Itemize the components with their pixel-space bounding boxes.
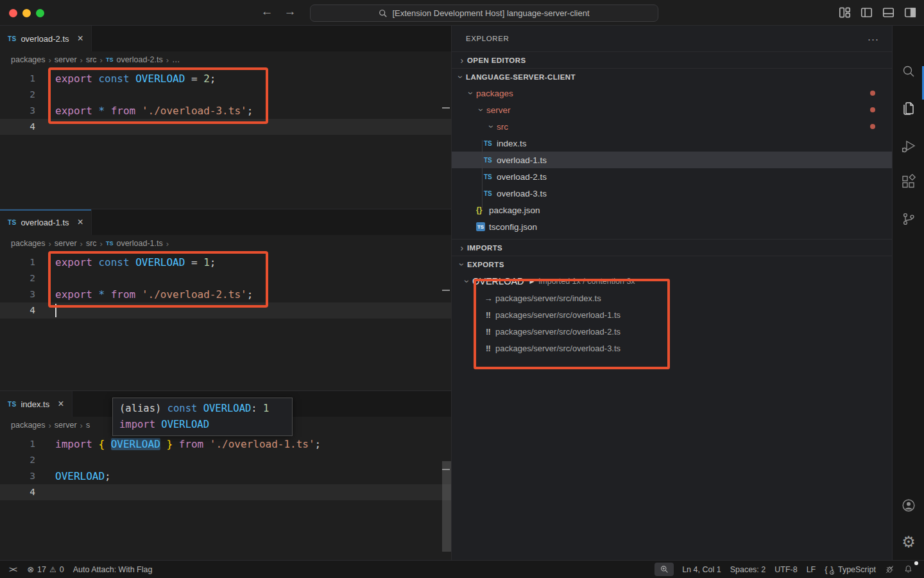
overview-ruler-mark <box>442 469 450 470</box>
tab-label: overload-1.ts <box>21 218 69 227</box>
toggle-primary-sidebar-icon[interactable] <box>860 6 873 21</box>
breadcrumb-item[interactable]: src <box>86 239 97 248</box>
minimize-window-button[interactable] <box>22 9 31 17</box>
code-line-current: 4 <box>0 302 451 319</box>
forward-button[interactable]: → <box>283 4 297 19</box>
exports-section[interactable]: › EXPORTS <box>452 256 892 272</box>
code-editor[interactable]: 1export const OVERLOAD = 1; 2 3export * … <box>0 252 451 319</box>
breadcrumb-file[interactable]: overload-2.ts <box>116 55 162 64</box>
explorer-icon[interactable] <box>901 101 916 116</box>
close-window-button[interactable] <box>9 9 17 17</box>
code-editor[interactable]: 1import { OVERLOAD } from './overload-1.… <box>0 434 451 500</box>
export-ref-path: packages/server/src/overload-3.ts <box>495 344 620 353</box>
imports-section[interactable]: › IMPORTS <box>452 239 892 256</box>
problems-indicator[interactable]: ⊗ 17 ⚠ 0 <box>22 563 69 577</box>
remote-indicator-icon[interactable]: >< <box>6 565 22 574</box>
toggle-panel-icon[interactable] <box>882 6 894 21</box>
toggle-secondary-sidebar-icon[interactable] <box>904 6 916 21</box>
code-editor[interactable]: 1export const OVERLOAD = 2; 2 3export * … <box>0 68 451 135</box>
extensions-icon[interactable] <box>901 174 916 189</box>
folder-server[interactable]: › server <box>452 101 892 118</box>
close-icon[interactable]: × <box>78 33 83 44</box>
chevron-down-icon: › <box>466 88 476 98</box>
code-line-current: 4 <box>0 119 451 135</box>
breadcrumb-item[interactable]: packages <box>11 55 46 64</box>
window-title: [Extension Development Host] language-se… <box>392 8 589 18</box>
code-line: 3export * from './overload-2.ts'; <box>0 286 451 302</box>
command-center-search[interactable]: [Extension Development Host] language-se… <box>310 4 658 22</box>
export-ref-overload-1[interactable]: ‼ packages/server/src/overload-1.ts <box>452 306 892 323</box>
section-label: LANGUAGE-SERVER-CLIENT <box>466 73 576 81</box>
export-ref-overload-2[interactable]: ‼ packages/server/src/overload-2.ts <box>452 323 892 340</box>
notifications-bell-icon[interactable] <box>899 563 918 577</box>
ts-file-icon: TS <box>484 140 497 147</box>
line-number: 2 <box>0 270 35 286</box>
zoom-window-button[interactable] <box>36 9 44 17</box>
tab-overload-1[interactable]: TS overload-1.ts × <box>0 209 92 235</box>
tsconfig-file-icon: TS <box>476 222 485 231</box>
cursor-position[interactable]: Ln 4, Col 1 <box>678 563 725 577</box>
file-overload-3-ts[interactable]: TS overload-3.ts <box>452 185 892 202</box>
folder-label: src <box>497 122 508 132</box>
run-debug-icon[interactable] <box>901 139 916 154</box>
breadcrumb[interactable]: packages› server› src› TS overload-1.ts› <box>0 235 451 252</box>
export-item-overload[interactable]: › OVERLOAD ▶ imported 1x / contention 3x <box>452 272 892 290</box>
indentation-status[interactable]: Spaces: 2 <box>726 563 771 577</box>
chevron-down-icon: › <box>486 121 497 132</box>
line-number: 4 <box>0 302 35 319</box>
account-icon[interactable] <box>901 498 916 513</box>
file-package-json[interactable]: {} package.json <box>452 202 892 218</box>
explorer-panel: EXPLORER ··· › OPEN EDITORS › LANGUAGE-S… <box>451 26 892 560</box>
breadcrumb-item[interactable]: server <box>55 239 77 248</box>
breadcrumb-item[interactable]: server <box>55 421 77 430</box>
customize-layout-icon[interactable] <box>839 6 851 21</box>
language-mode[interactable]: {} TypeScript <box>820 563 880 577</box>
settings-gear-icon[interactable]: ⚙ <box>900 533 918 551</box>
file-overload-2-ts[interactable]: TS overload-2.ts <box>452 168 892 185</box>
folder-src[interactable]: › src <box>452 118 892 135</box>
search-icon[interactable] <box>901 64 916 79</box>
tab-label: overload-2.ts <box>21 34 69 44</box>
overview-ruler-mark <box>442 107 450 109</box>
chevron-right-icon: › <box>457 55 467 66</box>
line-number: 2 <box>0 452 35 468</box>
breadcrumb-file[interactable]: s <box>86 421 90 430</box>
code-line-current: 4 <box>0 484 451 500</box>
code-text: export const OVERLOAD = 1; <box>35 254 216 270</box>
vertical-scrollbar[interactable] <box>442 461 451 552</box>
breadcrumb-item[interactable]: packages <box>11 239 46 248</box>
tab-index[interactable]: TS index.ts × <box>0 391 73 417</box>
close-icon[interactable]: × <box>78 216 83 228</box>
warning-count: 0 <box>60 565 64 574</box>
status-right: Ln 4, Col 1 Spaces: 2 UTF-8 LF {} TypeSc… <box>654 563 918 577</box>
auto-attach-status[interactable]: Auto Attach: With Flag <box>69 563 157 577</box>
breadcrumb-item[interactable]: src <box>86 55 97 64</box>
export-ref-overload-3[interactable]: ‼ packages/server/src/overload-3.ts <box>452 340 892 356</box>
breadcrumb-tail[interactable]: … <box>172 55 180 64</box>
breadcrumb-file[interactable]: overload-1.ts <box>116 239 162 248</box>
export-meta: imported 1x / contention 3x <box>539 277 635 286</box>
file-index-ts[interactable]: TS index.ts <box>452 135 892 152</box>
breadcrumb-item[interactable]: packages <box>11 421 46 430</box>
workspace-root-section[interactable]: › LANGUAGE-SERVER-CLIENT <box>452 68 892 85</box>
folder-packages[interactable]: › packages <box>452 85 892 101</box>
eol-status[interactable]: LF <box>802 563 821 577</box>
chevron-down-icon: › <box>476 105 486 115</box>
file-overload-1-ts[interactable]: TS overload-1.ts <box>452 152 892 168</box>
zoom-indicator[interactable] <box>654 563 674 576</box>
source-control-icon[interactable] <box>901 211 916 227</box>
back-button[interactable]: ← <box>260 4 274 19</box>
ts-file-icon: TS <box>8 35 16 42</box>
open-editors-section[interactable]: › OPEN EDITORS <box>452 51 892 68</box>
breadcrumb[interactable]: packages› server› src› TS overload-2.ts›… <box>0 51 451 68</box>
status-left: >< ⊗ 17 ⚠ 0 Auto Attach: With Flag <box>6 563 157 577</box>
tab-overload-2[interactable]: TS overload-2.ts × <box>0 26 92 51</box>
debug-disabled-icon[interactable] <box>880 563 899 577</box>
close-icon[interactable]: × <box>58 398 64 410</box>
more-actions-icon[interactable]: ··· <box>868 33 879 44</box>
file-tsconfig-json[interactable]: TS tsconfig.json <box>452 218 892 235</box>
encoding-status[interactable]: UTF-8 <box>770 563 801 577</box>
export-ref-index[interactable]: → packages/server/src/index.ts <box>452 290 892 306</box>
breadcrumb-item[interactable]: server <box>55 55 77 64</box>
code-text: import { OVERLOAD } from './overload-1.t… <box>35 436 321 452</box>
